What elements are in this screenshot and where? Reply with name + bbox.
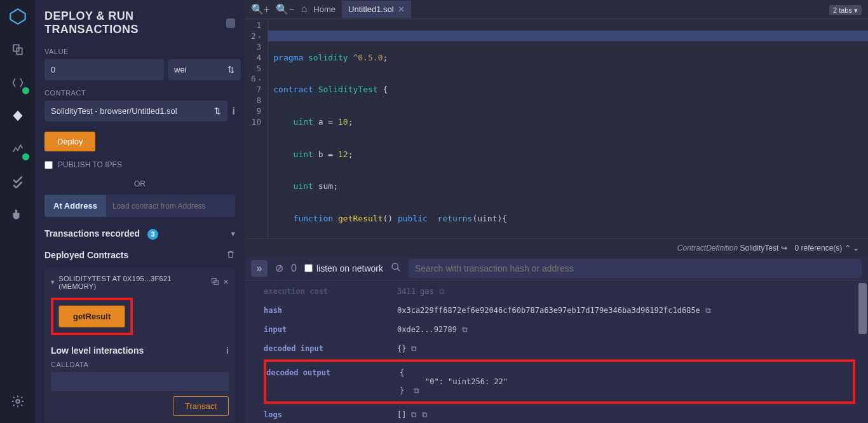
trash-icon[interactable] bbox=[226, 250, 235, 261]
scrollbar[interactable] bbox=[858, 283, 867, 334]
calldata-label: CALLDATA bbox=[51, 361, 229, 368]
svg-marker-0 bbox=[10, 9, 25, 24]
svg-point-6 bbox=[392, 263, 398, 269]
instance-name: SOLIDITYTEST AT 0X195...3F621 (MEMORY) bbox=[58, 275, 203, 290]
copy-icon[interactable]: ⧉ bbox=[439, 287, 445, 296]
analytics-icon[interactable] bbox=[9, 140, 27, 158]
tabs-badge-text: 2 tabs bbox=[833, 6, 852, 14]
value-unit-select[interactable]: wei ⇅ bbox=[168, 59, 241, 80]
highlight-box: getResult bbox=[51, 298, 133, 335]
copy-icon[interactable]: ⧉ bbox=[414, 386, 419, 395]
side-panel: DEPLOY & RUN TRANSACTIONS VALUE wei ⇅ CO… bbox=[35, 0, 245, 423]
get-result-button[interactable]: getResult bbox=[58, 305, 125, 328]
load-address-input[interactable] bbox=[106, 195, 235, 217]
compiler-icon[interactable] bbox=[9, 74, 27, 92]
file-explorer-icon[interactable] bbox=[9, 41, 27, 59]
current-line-highlight bbox=[268, 31, 868, 41]
publish-ipfs-row[interactable]: PUBLISH TO IPFS bbox=[44, 160, 235, 169]
tab-close-icon[interactable]: ✕ bbox=[398, 4, 405, 14]
kv-value: 0x3ca229ff6872ef6e92046cf60b787a63e97eb1… bbox=[397, 306, 700, 315]
listen-checkbox[interactable] bbox=[304, 264, 313, 272]
kv-value: 3411 gas bbox=[397, 287, 434, 296]
highlight-output-box: decoded output { "0": "uint256: 22" } ⧉ bbox=[264, 359, 855, 404]
info-icon[interactable]: i bbox=[226, 345, 229, 356]
deploy-button[interactable]: Deploy bbox=[44, 132, 95, 151]
tests-icon[interactable] bbox=[9, 173, 27, 191]
transact-button[interactable]: Transact bbox=[173, 396, 229, 416]
copy-icon[interactable]: ⧉ bbox=[422, 410, 428, 419]
kv-key: hash bbox=[264, 306, 378, 315]
kv-key: decoded input bbox=[264, 344, 378, 353]
home-icon[interactable]: ⌂ bbox=[301, 3, 308, 15]
kv-key: logs bbox=[264, 410, 378, 419]
plugin-icon[interactable] bbox=[9, 206, 27, 224]
chevron-down-icon[interactable]: ▾ bbox=[51, 278, 55, 286]
value-input[interactable] bbox=[44, 59, 164, 80]
contract-instance: ▾ SOLIDITYTEST AT 0X195...3F621 (MEMORY)… bbox=[44, 268, 235, 422]
at-address-button[interactable]: At Address bbox=[44, 195, 106, 217]
copy-icon[interactable]: ⧉ bbox=[462, 325, 468, 334]
select-arrows-icon: ⇅ bbox=[227, 65, 234, 74]
kv-value: } bbox=[400, 386, 404, 395]
pending-count: 0 bbox=[291, 263, 297, 274]
contract-info-icon[interactable]: i bbox=[233, 106, 235, 117]
publish-ipfs-checkbox[interactable] bbox=[44, 161, 53, 169]
close-icon[interactable]: ✕ bbox=[223, 278, 229, 286]
copy-icon[interactable]: ⧉ bbox=[705, 306, 711, 315]
copy-icon[interactable] bbox=[211, 277, 219, 287]
console-expand-icon[interactable]: » bbox=[251, 260, 268, 277]
tabs-dropdown[interactable]: 2 tabs ▾ bbox=[829, 5, 862, 15]
kv-value: { bbox=[400, 368, 508, 377]
zoom-in-icon[interactable]: 🔍+ bbox=[251, 3, 269, 15]
tx-recorded-row[interactable]: Transactions recorded 3 ▾ bbox=[44, 228, 235, 240]
console-body[interactable]: execution cost 3411 gas⧉ hash 0x3ca229ff… bbox=[245, 281, 868, 423]
kv-key: input bbox=[264, 325, 378, 334]
line-gutter: 1 2▾ 3 4 5 6▾ 7 8 9 10 bbox=[245, 19, 268, 239]
tab-untitled1[interactable]: Untitled1.sol ✕ bbox=[342, 1, 412, 18]
listen-row[interactable]: listen on network bbox=[304, 263, 383, 274]
copy-icon[interactable]: ⧉ bbox=[411, 410, 417, 419]
kv-value: 0xde2...92789 bbox=[397, 325, 457, 334]
zoom-out-icon[interactable]: 🔍− bbox=[276, 3, 294, 15]
iconbar bbox=[0, 0, 35, 423]
clear-icon[interactable]: ⊘ bbox=[275, 262, 283, 274]
console-toolbar: » ⊘ 0 listen on network bbox=[245, 256, 868, 281]
or-separator: OR bbox=[44, 179, 235, 188]
chevron-up-icon[interactable]: ⌃ bbox=[844, 244, 851, 253]
console: » ⊘ 0 listen on network execution cost 3… bbox=[245, 256, 868, 423]
remix-logo-icon[interactable] bbox=[9, 8, 27, 25]
kv-value: "0": "uint256: 22" bbox=[400, 377, 508, 386]
select-arrows-icon: ⇅ bbox=[214, 106, 221, 116]
main-area: 🔍+ 🔍− ⌂ Home Untitled1.sol ✕ 2 tabs ▾ 1 … bbox=[245, 0, 868, 423]
kv-value: {} bbox=[397, 344, 406, 353]
contract-select[interactable]: SolidityTest - browser/Untitled1.sol ⇅ bbox=[44, 101, 227, 121]
publish-label: PUBLISH TO IPFS bbox=[58, 160, 122, 169]
code-lines[interactable]: pragma solidity ^0.5.0; contract Solidit… bbox=[268, 19, 868, 239]
tab-label: Untitled1.sol bbox=[348, 4, 394, 14]
low-level-label: Low level interactions bbox=[51, 345, 144, 356]
search-icon[interactable] bbox=[391, 262, 401, 275]
share-icon[interactable]: ↪ bbox=[781, 244, 787, 253]
kv-key: execution cost bbox=[264, 287, 378, 296]
deploy-run-icon[interactable] bbox=[9, 107, 27, 125]
console-search-input[interactable] bbox=[409, 259, 862, 278]
panel-title: DEPLOY & RUN TRANSACTIONS bbox=[44, 10, 235, 36]
listen-label: listen on network bbox=[316, 263, 383, 274]
tx-recorded-label: Transactions recorded bbox=[44, 228, 140, 239]
chevron-down-icon[interactable]: ▾ bbox=[231, 230, 235, 238]
panel-title-badge-icon bbox=[226, 18, 235, 28]
home-link[interactable]: Home bbox=[313, 4, 336, 14]
settings-icon[interactable] bbox=[9, 392, 27, 410]
contract-label: CONTRACT bbox=[44, 89, 235, 97]
status-name: SolidityTest bbox=[740, 244, 779, 253]
status-defn: ContractDefinition bbox=[677, 244, 738, 253]
code-editor[interactable]: 1 2▾ 3 4 5 6▾ 7 8 9 10 pragma solidity ^… bbox=[245, 19, 868, 239]
kv-value: [] bbox=[397, 410, 406, 419]
panel-title-text: DEPLOY & RUN TRANSACTIONS bbox=[44, 10, 221, 36]
svg-point-3 bbox=[16, 399, 20, 403]
svg-line-7 bbox=[397, 268, 400, 271]
calldata-input[interactable] bbox=[51, 372, 229, 391]
status-refs: 0 reference(s) bbox=[795, 244, 843, 253]
chevron-down-icon[interactable]: ⌄ bbox=[853, 244, 859, 253]
copy-icon[interactable]: ⧉ bbox=[411, 344, 417, 353]
